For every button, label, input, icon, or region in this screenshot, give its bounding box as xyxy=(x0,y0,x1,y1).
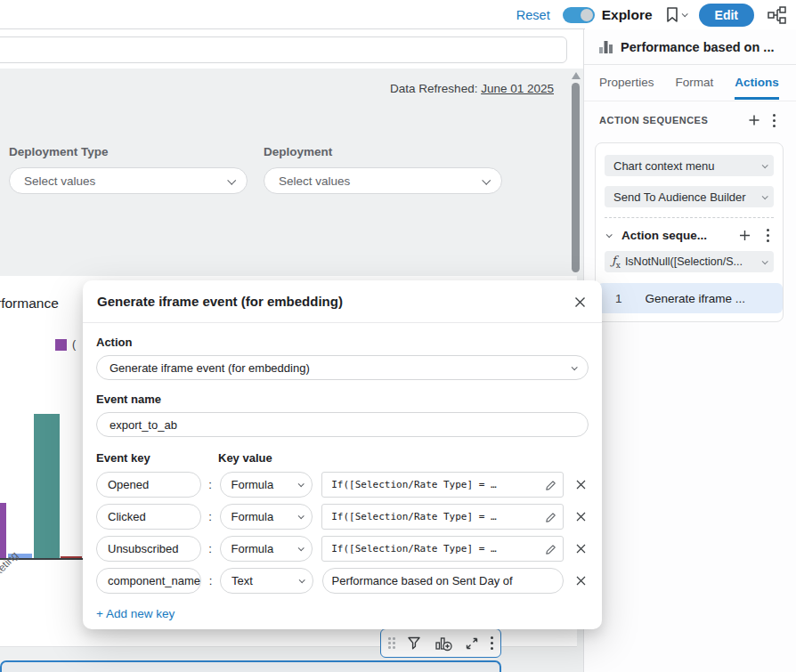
tab-actions[interactable]: Actions xyxy=(735,67,779,100)
event-key-input[interactable]: Unsubscribed xyxy=(96,536,201,562)
chevron-down-icon xyxy=(298,481,305,487)
value-type-select[interactable]: Text xyxy=(220,568,313,594)
formula-value-box[interactable]: If([Selection/Rate Type] = … xyxy=(321,536,564,562)
legend-label: ( xyxy=(72,338,76,351)
reset-link[interactable]: Reset xyxy=(516,8,550,22)
add-chart-icon[interactable] xyxy=(434,634,453,653)
more-options-icon[interactable] xyxy=(491,636,493,650)
bar-teal[interactable] xyxy=(34,414,60,558)
value-type: Text xyxy=(231,574,253,587)
bookmark-button[interactable] xyxy=(665,6,686,23)
filter-deployment: Deployment Select values xyxy=(264,145,502,194)
close-icon[interactable] xyxy=(570,292,589,312)
chart-title: rformance xyxy=(0,296,59,312)
event-key-value: Clicked xyxy=(108,510,146,523)
value-type: Formula xyxy=(231,542,274,555)
top-bar: Reset Explore Edit xyxy=(0,0,796,29)
sequence-more-options-icon[interactable] xyxy=(758,225,777,245)
data-refreshed-label: Data Refreshed: xyxy=(390,82,477,95)
event-key-input[interactable]: Clicked xyxy=(96,504,201,530)
tab-format[interactable]: Format xyxy=(676,67,714,100)
toggle-knob xyxy=(581,9,593,21)
action-sequences-label: ACTION SEQUENCES xyxy=(599,115,744,125)
filter-deployment-type: Deployment Type Select values xyxy=(9,145,248,194)
data-refreshed-date[interactable]: June 01 2025 xyxy=(481,82,554,95)
element-toolbar xyxy=(380,628,501,658)
action-sequences-row: ACTION SEQUENCES xyxy=(584,108,796,133)
bar-chart-icon xyxy=(599,40,613,53)
sequence-step-selected[interactable]: 1 Generate iframe ... xyxy=(597,283,783,313)
maximize-icon[interactable] xyxy=(462,634,482,653)
formula-value-box[interactable]: If([Selection/Rate Type] = … xyxy=(321,504,564,530)
formula-text: If([Selection/Rate Type] = … xyxy=(331,511,496,522)
edit-pencil-icon[interactable] xyxy=(545,479,556,495)
chevron-down-icon xyxy=(681,11,687,17)
colon-separator: : xyxy=(205,542,216,555)
action-target-select[interactable]: Send To Audience Builder xyxy=(605,186,774,207)
scrollbar-thumb[interactable] xyxy=(572,83,580,272)
data-refreshed: Data Refreshed: June 01 2025 xyxy=(390,82,554,95)
select-value: Select values xyxy=(24,174,95,188)
chevron-down-icon xyxy=(227,175,236,184)
deployment-select[interactable]: Select values xyxy=(264,167,502,194)
chevron-down-icon xyxy=(762,258,768,264)
trigger-select[interactable]: Chart context menu xyxy=(605,155,774,176)
generate-iframe-event-modal: Generate iframe event (for embedding) Ac… xyxy=(83,280,602,629)
text-value-input[interactable]: Performance based on Sent Day of xyxy=(322,568,565,594)
chevron-down-icon xyxy=(298,513,305,519)
bookmark-icon xyxy=(665,6,679,23)
event-key-input[interactable]: Opened xyxy=(96,472,201,498)
step-number: 1 xyxy=(615,292,622,305)
event-name-input[interactable]: export_to_ab xyxy=(96,412,589,437)
bar-purple[interactable] xyxy=(0,503,6,558)
filter-label: Deployment Type xyxy=(9,145,248,158)
explore-toggle[interactable] xyxy=(563,7,595,23)
sequence-title: Action seque... xyxy=(621,229,731,242)
sequence-header: Action seque... xyxy=(606,225,777,245)
event-key-input[interactable]: component_name xyxy=(96,568,201,594)
add-new-key-link[interactable]: + Add new key xyxy=(96,607,175,620)
lineage-icon[interactable] xyxy=(767,5,787,24)
selected-bottom-element[interactable] xyxy=(0,660,501,672)
scroll-up-arrow-icon[interactable] xyxy=(572,72,581,79)
value-type-select[interactable]: Formula xyxy=(220,536,313,562)
edit-pencil-icon[interactable] xyxy=(545,543,556,559)
drag-handle-icon[interactable] xyxy=(388,637,395,649)
filter-icon[interactable] xyxy=(404,634,424,653)
colon-separator: : xyxy=(205,574,216,587)
add-action-icon[interactable] xyxy=(735,225,754,245)
canvas-title-input[interactable] xyxy=(0,36,567,63)
sequences-more-options-icon[interactable] xyxy=(764,110,784,130)
edit-button[interactable]: Edit xyxy=(699,4,754,27)
right-sidebar: Performance based on ... Properties Form… xyxy=(584,29,796,672)
add-sequence-icon[interactable] xyxy=(744,110,764,130)
modal-title: Generate iframe event (for embedding) xyxy=(97,294,343,309)
text-value: Performance based on Sent Day of xyxy=(332,574,513,587)
deployment-type-select[interactable]: Select values xyxy=(9,167,248,194)
remove-row-icon[interactable] xyxy=(573,573,589,589)
condition-value: IsNotNull([Selection/S... xyxy=(625,255,743,268)
remove-row-icon[interactable] xyxy=(573,509,589,525)
value-type: Formula xyxy=(231,478,274,491)
value-type-select[interactable]: Formula xyxy=(220,504,313,530)
event-name-label: Event name xyxy=(96,393,589,406)
action-select[interactable]: Generate iframe event (for embedding) xyxy=(96,355,589,380)
key-value-header: Key value xyxy=(218,451,272,465)
action-target-value: Send To Audience Builder xyxy=(613,190,746,204)
canvas-title-band xyxy=(0,29,583,69)
formula-value-box[interactable]: If([Selection/Rate Type] = … xyxy=(321,472,564,498)
modal-body: Action Generate iframe event (for embedd… xyxy=(83,323,602,621)
chevron-down-icon xyxy=(572,364,578,370)
remove-row-icon[interactable] xyxy=(573,477,589,493)
explore-label: Explore xyxy=(602,7,653,23)
key-value-row: Clicked : Formula If([Selection/Rate Typ… xyxy=(96,504,589,530)
tab-properties[interactable]: Properties xyxy=(599,67,654,100)
edit-pencil-icon[interactable] xyxy=(545,511,556,527)
key-value-row: Opened : Formula If([Selection/Rate Type… xyxy=(96,472,589,498)
collapse-chevron-icon[interactable] xyxy=(606,231,613,238)
key-value-row: Unsubscribed : Formula If([Selection/Rat… xyxy=(96,536,589,562)
remove-row-icon[interactable] xyxy=(573,541,589,557)
colon-separator: : xyxy=(205,478,216,491)
value-type-select[interactable]: Formula xyxy=(220,472,313,498)
condition-select[interactable]: ƒx IsNotNull([Selection/S... xyxy=(605,251,774,272)
